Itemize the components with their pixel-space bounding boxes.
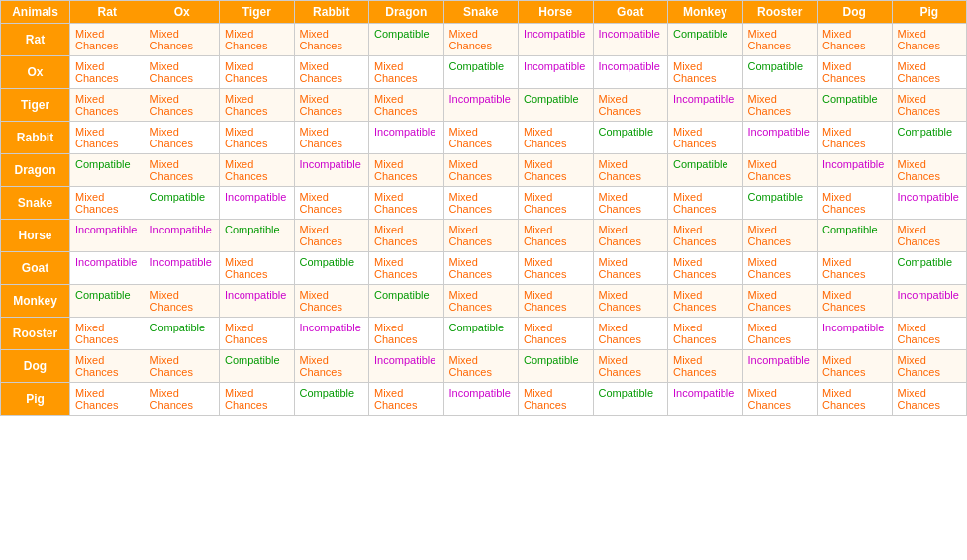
compatibility-value: Compatible — [449, 322, 505, 333]
compatibility-cell: Mixed Chances — [70, 89, 145, 122]
compatibility-cell: Incompatible — [220, 285, 295, 318]
column-header-rooster: Rooster — [742, 1, 818, 24]
compatibility-cell: Compatible — [668, 24, 743, 56]
compatibility-cell: Compatible — [593, 122, 668, 154]
compatibility-cell: Mixed Chances — [70, 318, 145, 350]
compatibility-value: Mixed Chances — [524, 256, 566, 280]
compatibility-value: Incompatible — [748, 126, 810, 138]
column-header-rat: Rat — [70, 1, 145, 24]
compatibility-value: Incompatible — [822, 158, 884, 170]
compatibility-value: Mixed Chances — [524, 224, 566, 247]
compatibility-value: Compatible — [150, 191, 206, 203]
compatibility-cell: Mixed Chances — [145, 56, 220, 89]
compatibility-value: Compatible — [822, 224, 878, 235]
compatibility-cell: Compatible — [220, 350, 295, 383]
compatibility-cell: Mixed Chances — [443, 252, 519, 285]
compatibility-value: Mixed Chances — [150, 126, 193, 149]
compatibility-value: Incompatible — [898, 191, 959, 203]
compatibility-cell: Mixed Chances — [892, 154, 967, 187]
compatibility-value: Mixed Chances — [524, 126, 566, 149]
compatibility-cell: Compatible — [818, 220, 893, 252]
compatibility-value: Mixed Chances — [75, 322, 118, 345]
table-row: DragonCompatibleMixed ChancesMixed Chanc… — [1, 154, 967, 187]
compatibility-cell: Mixed Chances — [70, 56, 145, 89]
compatibility-value: Mixed Chances — [150, 60, 193, 84]
compatibility-value: Incompatible — [300, 158, 361, 170]
compatibility-value: Mixed Chances — [374, 387, 417, 411]
compatibility-cell: Mixed Chances — [443, 122, 519, 154]
compatibility-cell: Mixed Chances — [519, 187, 594, 220]
compatibility-cell: Compatible — [220, 220, 295, 252]
table-row: SnakeMixed ChancesCompatibleIncompatible… — [1, 187, 967, 220]
compatibility-cell: Mixed Chances — [70, 383, 145, 416]
compatibility-value: Compatible — [75, 289, 131, 301]
compatibility-value: Mixed Chances — [599, 158, 641, 182]
compatibility-value: Compatible — [822, 93, 878, 105]
compatibility-value: Mixed Chances — [898, 28, 940, 51]
compatibility-value: Mixed Chances — [673, 224, 716, 247]
table-row: GoatIncompatibleIncompatibleMixed Chance… — [1, 252, 967, 285]
compatibility-cell: Mixed Chances — [70, 187, 145, 220]
compatibility-value: Mixed Chances — [898, 354, 940, 378]
compatibility-cell: Mixed Chances — [892, 220, 967, 252]
compatibility-value: Incompatible — [300, 322, 361, 333]
compatibility-cell: Mixed Chances — [443, 187, 519, 220]
compatibility-cell: Mixed Chances — [818, 24, 893, 56]
compatibility-value: Incompatible — [75, 224, 137, 235]
compatibility-cell: Mixed Chances — [742, 89, 818, 122]
compatibility-value: Mixed Chances — [300, 354, 342, 378]
compatibility-cell: Mixed Chances — [220, 56, 295, 89]
compatibility-cell: Incompatible — [443, 383, 519, 416]
table-row: RabbitMixed ChancesMixed ChancesMixed Ch… — [1, 122, 967, 154]
compatibility-cell: Incompatible — [294, 318, 369, 350]
compatibility-cell: Mixed Chances — [593, 187, 668, 220]
compatibility-cell: Mixed Chances — [70, 24, 145, 56]
compatibility-value: Mixed Chances — [374, 60, 417, 84]
compatibility-cell: Mixed Chances — [220, 383, 295, 416]
compatibility-value: Incompatible — [673, 93, 734, 105]
compatibility-value: Incompatible — [150, 256, 212, 268]
column-header-horse: Horse — [519, 1, 594, 24]
compatibility-cell: Incompatible — [369, 350, 444, 383]
compatibility-cell: Incompatible — [668, 89, 743, 122]
compatibility-cell: Incompatible — [294, 154, 369, 187]
compatibility-cell: Mixed Chances — [742, 383, 818, 416]
compatibility-cell: Mixed Chances — [443, 154, 519, 187]
compatibility-cell: Mixed Chances — [294, 89, 369, 122]
compatibility-cell: Mixed Chances — [145, 24, 220, 56]
compatibility-cell: Mixed Chances — [369, 187, 444, 220]
compatibility-value: Mixed Chances — [673, 256, 716, 280]
row-animal-label: Dog — [1, 350, 70, 383]
compatibility-cell: Mixed Chances — [294, 56, 369, 89]
row-animal-label: Snake — [1, 187, 70, 220]
compatibility-value: Mixed Chances — [822, 289, 865, 313]
compatibility-cell: Mixed Chances — [668, 318, 743, 350]
compatibility-cell: Mixed Chances — [145, 383, 220, 416]
column-header-rabbit: Rabbit — [294, 1, 369, 24]
compatibility-cell: Mixed Chances — [519, 318, 594, 350]
compatibility-cell: Incompatible — [742, 350, 818, 383]
compatibility-value: Mixed Chances — [449, 224, 492, 247]
compatibility-cell: Mixed Chances — [369, 220, 444, 252]
compatibility-value: Mixed Chances — [822, 126, 865, 149]
compatibility-value: Incompatible — [748, 354, 810, 366]
compatibility-value: Mixed Chances — [75, 60, 118, 84]
compatibility-value: Mixed Chances — [599, 322, 641, 345]
compatibility-cell: Compatible — [593, 383, 668, 416]
compatibility-value: Mixed Chances — [748, 93, 791, 117]
compatibility-cell: Mixed Chances — [742, 318, 818, 350]
compatibility-value: Compatible — [898, 126, 953, 138]
compatibility-cell: Mixed Chances — [145, 350, 220, 383]
row-animal-label: Goat — [1, 252, 70, 285]
compatibility-cell: Mixed Chances — [145, 285, 220, 318]
compatibility-cell: Mixed Chances — [593, 89, 668, 122]
compatibility-cell: Compatible — [294, 383, 369, 416]
table-row: RoosterMixed ChancesCompatibleMixed Chan… — [1, 318, 967, 350]
compatibility-value: Mixed Chances — [225, 126, 267, 149]
compatibility-value: Mixed Chances — [75, 126, 118, 149]
compatibility-cell: Incompatible — [145, 252, 220, 285]
compatibility-cell: Mixed Chances — [892, 89, 967, 122]
compatibility-value: Compatible — [748, 191, 804, 203]
compatibility-cell: Incompatible — [892, 187, 967, 220]
compatibility-cell: Mixed Chances — [294, 285, 369, 318]
